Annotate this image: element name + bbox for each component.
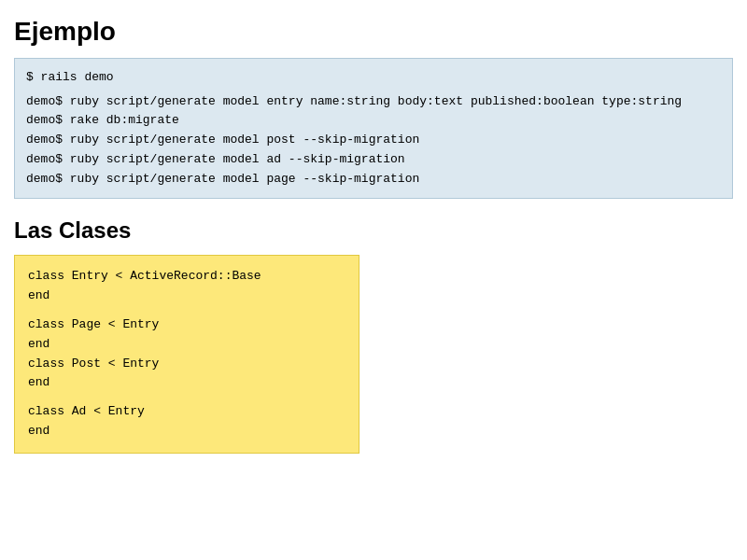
terminal-line: demo$ ruby script/generate model entry n…	[26, 92, 721, 112]
terminal-line: demo$ rake db:migrate	[26, 111, 721, 131]
code-line: class Page < Entry	[28, 315, 345, 335]
code-block-entry: class Entry < ActiveRecord::Base end	[28, 267, 345, 306]
classes-code-box: class Entry < ActiveRecord::Base end cla…	[14, 255, 359, 453]
code-line: class Ad < Entry	[28, 402, 345, 422]
code-line: end	[28, 373, 345, 393]
code-line: class Entry < ActiveRecord::Base	[28, 267, 345, 287]
terminal-line: demo$ ruby script/generate model ad --sk…	[26, 150, 721, 170]
page-title: Ejemplo	[14, 17, 733, 47]
code-line: end	[28, 422, 345, 441]
terminal-box: $ rails demo demo$ ruby script/generate …	[14, 58, 733, 199]
terminal-line: demo$ ruby script/generate model page --…	[26, 170, 721, 189]
terminal-line: demo$ ruby script/generate model post --…	[26, 131, 721, 150]
code-line: end	[28, 335, 345, 355]
code-line: class Post < Entry	[28, 355, 345, 374]
terminal-commands: demo$ ruby script/generate model entry n…	[26, 92, 721, 189]
classes-section-title: Las Clases	[14, 217, 733, 244]
terminal-prompt: $ rails demo	[26, 68, 721, 87]
code-block-page-post: class Page < Entry end class Post < Entr…	[28, 315, 345, 393]
code-line: end	[28, 287, 345, 306]
code-block-ad: class Ad < Entry end	[28, 402, 345, 441]
